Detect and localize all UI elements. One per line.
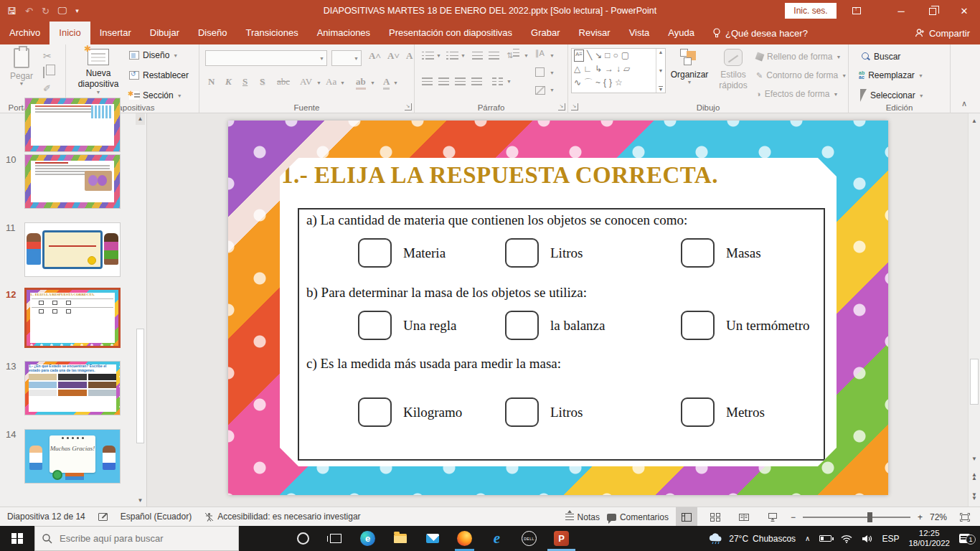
- tab-dibujar[interactable]: Dibujar: [141, 22, 189, 44]
- option-label[interactable]: la balanza: [550, 318, 605, 334]
- internet-explorer-button[interactable]: e: [481, 526, 513, 551]
- option-label[interactable]: Kilogramo: [403, 405, 462, 420]
- search-input[interactable]: [60, 533, 225, 544]
- thumbnail-scrollbar[interactable]: ▲ ▼: [136, 113, 145, 507]
- share-button[interactable]: Compartir: [915, 22, 970, 44]
- option[interactable]: Una regla: [358, 311, 505, 340]
- redo-icon[interactable]: ↻: [42, 6, 50, 17]
- slide-editor-area[interactable]: 1.- ELIJA LA RESPUESTA CORRECTA. a) La c…: [147, 113, 968, 507]
- save-icon[interactable]: 🖫: [7, 6, 17, 17]
- columns-icon[interactable]: [492, 77, 503, 85]
- tab-diseno[interactable]: Diseño: [189, 22, 236, 44]
- option[interactable]: Un termómetro: [681, 311, 816, 340]
- tab-insertar[interactable]: Insertar: [90, 22, 141, 44]
- notes-toggle[interactable]: Notas: [565, 512, 600, 522]
- fit-to-window-button[interactable]: [954, 507, 976, 527]
- shapes-gallery[interactable]: A≡╲↘□○▢ △∟↳→↓▱ ∿⌒~{}☆ ▲▼▼: [571, 48, 666, 93]
- taskbar-search[interactable]: [34, 526, 239, 551]
- char-spacing-button[interactable]: AV: [300, 76, 312, 88]
- smartart-convert-icon[interactable]: [535, 86, 545, 95]
- italic-button[interactable]: K: [225, 76, 232, 88]
- tab-transiciones[interactable]: Transiciones: [236, 22, 307, 44]
- paragraph-dialog-launcher[interactable]: ↘: [558, 103, 565, 110]
- notification-center-button[interactable]: 1: [959, 534, 970, 543]
- scroll-down-button[interactable]: ▼: [971, 456, 977, 462]
- checkbox[interactable]: [681, 238, 715, 268]
- scroll-down-button[interactable]: ▼: [136, 495, 145, 507]
- next-slide-button[interactable]: ▼▼: [971, 494, 977, 501]
- tab-animaciones[interactable]: Animaciones: [308, 22, 380, 44]
- file-explorer-button[interactable]: [384, 526, 416, 551]
- tab-vista[interactable]: Vista: [620, 22, 659, 44]
- font-size-combo[interactable]: ▼: [331, 50, 362, 66]
- new-slide-button[interactable]: Nueva diapositiva ▼: [75, 49, 122, 95]
- checkbox[interactable]: [358, 311, 392, 340]
- quick-styles-button[interactable]: Estilos rápidos: [715, 49, 751, 91]
- increase-indent-icon[interactable]: [489, 52, 499, 62]
- tab-grabar[interactable]: Grabar: [522, 22, 569, 44]
- thumbnail-slide-12-selected[interactable]: 1.- ELIJA LA RESPUESTA CORRECTA.: [24, 288, 121, 348]
- option-label[interactable]: Litros: [550, 405, 583, 420]
- undo-icon[interactable]: ↶: [25, 6, 33, 17]
- scroll-thumb[interactable]: [136, 329, 144, 443]
- ribbon-display-options-button[interactable]: [841, 0, 872, 22]
- font-name-combo[interactable]: ▼: [205, 50, 327, 66]
- copy-icon[interactable]: [43, 67, 44, 77]
- option[interactable]: Litros: [505, 238, 681, 268]
- dell-button[interactable]: DELL: [513, 526, 545, 551]
- comments-toggle[interactable]: Comentarios: [607, 512, 669, 522]
- checkbox[interactable]: [681, 311, 715, 340]
- option[interactable]: la balanza: [505, 311, 681, 340]
- minimize-button[interactable]: ─: [885, 0, 917, 22]
- align-right-icon[interactable]: [455, 77, 466, 88]
- slide-title[interactable]: 1.- ELIJA LA RESPUESTA CORRECTA.: [281, 162, 718, 189]
- option-label[interactable]: Masas: [726, 245, 761, 261]
- option[interactable]: Metros: [681, 397, 816, 427]
- replace-button[interactable]: abacReemplazar▼: [859, 70, 923, 80]
- thumbnail-slide-10[interactable]: [24, 154, 121, 209]
- shapes-scrollbar[interactable]: ▲▼▼: [656, 49, 665, 93]
- editor-scrollbar[interactable]: ▲ ▼ ▲▲ ▼▼: [968, 113, 980, 507]
- tell-me-box[interactable]: ¿Qué desea hacer?: [704, 22, 816, 44]
- start-slideshow-icon[interactable]: 🖵: [58, 5, 67, 17]
- question-box[interactable]: a) La cantidad de materia que contienen …: [298, 208, 825, 461]
- option-label[interactable]: Un termómetro: [726, 318, 810, 334]
- slide-sorter-view-button[interactable]: [705, 507, 726, 527]
- reading-view-button[interactable]: [733, 507, 755, 527]
- option-label[interactable]: Metros: [726, 405, 765, 420]
- accessibility-status[interactable]: Accesibilidad: es necesario investigar: [204, 512, 360, 522]
- previous-slide-button[interactable]: ▲▲: [971, 474, 977, 481]
- change-case-button[interactable]: Aa: [326, 76, 336, 88]
- zoom-level[interactable]: 72%: [930, 512, 947, 522]
- battery-icon[interactable]: [819, 535, 831, 542]
- align-left-icon[interactable]: [422, 77, 433, 88]
- start-button[interactable]: [0, 526, 34, 551]
- section-button[interactable]: Sección▼: [129, 90, 182, 100]
- zoom-in-button[interactable]: +: [918, 512, 923, 522]
- option[interactable]: Kilogramo: [358, 397, 505, 427]
- option[interactable]: Masas: [681, 238, 816, 268]
- bullets-icon[interactable]: [422, 52, 434, 60]
- find-button[interactable]: Buscar: [862, 52, 900, 62]
- numbering-icon[interactable]: [446, 52, 458, 60]
- scroll-up-button[interactable]: ▲: [971, 118, 977, 124]
- design-button[interactable]: Diseño▼: [129, 50, 178, 60]
- tab-inicio[interactable]: Inicio: [50, 22, 90, 44]
- option[interactable]: Litros: [505, 397, 681, 427]
- shrink-font-button[interactable]: A˅: [387, 50, 400, 62]
- arrange-button[interactable]: Organizar ▼: [669, 49, 710, 85]
- weather-widget[interactable]: 27°C Chubascos: [707, 532, 796, 545]
- spell-check-icon[interactable]: [98, 513, 108, 521]
- shape-outline-button[interactable]: ✎Contorno de forma▼: [756, 70, 847, 80]
- thumbnail-slide-13[interactable]: 1.- ¿En qué Estado se encuentran? Escrib…: [24, 361, 121, 415]
- tab-revisar[interactable]: Revisar: [570, 22, 620, 44]
- thumbnail-slide-9-partial[interactable]: [24, 98, 121, 152]
- wifi-icon[interactable]: [841, 534, 852, 543]
- scroll-thumb[interactable]: [970, 359, 979, 405]
- tab-ayuda[interactable]: Ayuda: [659, 22, 704, 44]
- language-indicator[interactable]: Español (Ecuador): [121, 512, 192, 522]
- checkbox[interactable]: [358, 397, 392, 427]
- align-center-icon[interactable]: [438, 77, 449, 88]
- volume-icon[interactable]: [862, 534, 872, 543]
- checkbox[interactable]: [505, 397, 539, 427]
